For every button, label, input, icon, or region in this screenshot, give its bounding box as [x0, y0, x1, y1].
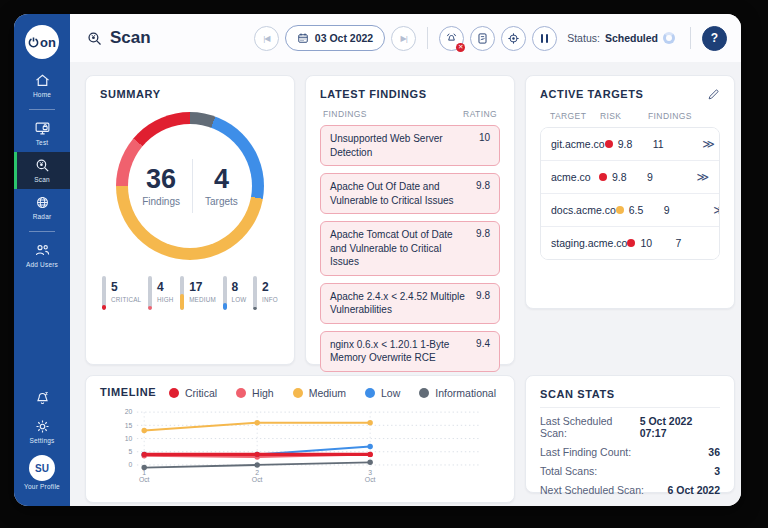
- stat-row: Total Scans: 3: [540, 465, 720, 477]
- risk-dot-icon: [599, 173, 607, 181]
- legend-dot-icon: [365, 388, 375, 398]
- stat-row: Last Scheduled Scan: 5 Oct 2022 07:17: [540, 415, 720, 439]
- alarm-off-badge: ✕: [456, 43, 465, 52]
- severity-gauge: [102, 276, 106, 310]
- svg-text:15: 15: [125, 422, 133, 429]
- target-risk: 6.5: [616, 204, 664, 216]
- open-target-chevron-icon[interactable]: ≫: [708, 203, 720, 217]
- risk-dot-icon: [616, 206, 624, 214]
- stat-label: Last Finding Count:: [540, 446, 631, 458]
- test-icon: [34, 120, 51, 137]
- sidebar-item-label: Add Users: [26, 261, 58, 268]
- sidebar-item-radar[interactable]: Radar: [14, 189, 70, 226]
- power-icon: [28, 36, 39, 48]
- finding-item[interactable]: nginx 0.6.x < 1.20.1 1-Byte Memory Overw…: [320, 331, 500, 372]
- legend-item-informational[interactable]: Informational: [419, 387, 496, 399]
- profile-label: Your Profile: [24, 483, 60, 490]
- status-spinner-icon: [663, 32, 675, 44]
- edit-targets-icon[interactable]: [707, 88, 720, 101]
- svg-text:Oct: Oct: [365, 476, 376, 483]
- severity-breakdown: 5 CRITICAL 4 HIGH 17 MEDIUM 8: [100, 276, 280, 310]
- stat-value: 6 Oct 2022: [667, 484, 720, 496]
- target-row[interactable]: git.acme.co 9.8 11 ≫: [541, 128, 719, 160]
- stat-value: 5 Oct 2022 07:17: [640, 415, 720, 439]
- scan-stats-title: SCAN STATS: [540, 388, 720, 408]
- open-target-chevron-icon[interactable]: ≫: [697, 137, 715, 151]
- severity-count: 4: [157, 280, 174, 294]
- finding-item[interactable]: Apache Out Of Date and Vulnerable to Cri…: [320, 173, 500, 214]
- sidebar-item-label: Radar: [33, 213, 52, 220]
- sidebar-item-test[interactable]: Test: [14, 115, 70, 152]
- open-target-chevron-icon[interactable]: ≫: [691, 170, 709, 184]
- page-header: Scan |◀ 03 Oct 2022 ▶| ✕: [70, 14, 741, 62]
- timeline-card: TIMELINE Critical High Medium Low Inform…: [85, 375, 515, 503]
- target-findings: 7: [675, 237, 719, 249]
- finding-item[interactable]: Apache Tomcat Out of Date and Vulnerable…: [320, 221, 500, 276]
- target-row[interactable]: docs.acme.co 6.5 9 ≫: [541, 193, 719, 226]
- scan-icon: [34, 157, 51, 174]
- targets-column-headers: TARGET RISK FINDINGS: [540, 111, 720, 121]
- risk-dot-icon: [627, 239, 635, 247]
- target-row[interactable]: acme.co 9.8 9 ≫: [541, 160, 719, 193]
- chart-legend: Critical High Medium Low Informational: [169, 387, 500, 399]
- severity-critical: 5 CRITICAL: [102, 276, 141, 310]
- pause-scan-button[interactable]: [532, 26, 557, 51]
- finding-rating: 9.8: [476, 228, 490, 269]
- legend-item-critical[interactable]: Critical: [169, 387, 217, 399]
- calendar-icon: [297, 32, 309, 44]
- latest-findings-card: LATEST FINDINGS FINDINGS RATING Unsuppor…: [305, 75, 515, 365]
- svg-text:20: 20: [125, 408, 133, 415]
- report-button[interactable]: [470, 26, 495, 51]
- header-controls: |◀ 03 Oct 2022 ▶| ✕: [254, 25, 727, 51]
- sidebar-item-settings[interactable]: Settings: [14, 413, 70, 450]
- pause-icon: [541, 34, 549, 43]
- risk-value: 6.5: [629, 204, 644, 216]
- target-name: git.acme.co: [551, 138, 605, 150]
- sidebar-item-add-users[interactable]: Add Users: [14, 237, 70, 274]
- notifications-button[interactable]: [14, 385, 70, 413]
- target-button[interactable]: [501, 26, 526, 51]
- legend-item-low[interactable]: Low: [365, 387, 400, 399]
- status-value: Scheduled: [605, 32, 658, 44]
- app-logo[interactable]: on: [25, 25, 59, 59]
- finding-rating: 9.8: [476, 290, 490, 317]
- risk-value: 10: [640, 237, 652, 249]
- severity-info: 2 INFO: [253, 276, 278, 310]
- legend-item-high[interactable]: High: [236, 387, 274, 399]
- finding-name: Unsupported Web Server Detection: [330, 132, 471, 159]
- finding-name: Apache Out Of Date and Vulnerable to Cri…: [330, 180, 468, 207]
- col-risk: RISK: [600, 111, 648, 121]
- next-date-button[interactable]: ▶|: [391, 26, 416, 51]
- sidebar-divider: [29, 231, 55, 232]
- alarm-off-icon: [445, 32, 458, 45]
- severity-count: 8: [232, 280, 247, 294]
- severity-high: 4 HIGH: [148, 276, 174, 310]
- help-button[interactable]: ?: [702, 26, 727, 51]
- severity-gauge: [223, 276, 227, 310]
- add-users-icon: [34, 242, 51, 259]
- scan-stats-rows: Last Scheduled Scan: 5 Oct 2022 07:17Las…: [540, 415, 720, 496]
- legend-label: Medium: [309, 387, 346, 399]
- finding-name: Apache 2.4.x < 2.4.52 Multiple Vulnerabi…: [330, 290, 468, 317]
- sidebar-item-scan[interactable]: Scan: [14, 152, 70, 189]
- profile-button[interactable]: SU Your Profile: [14, 450, 70, 496]
- legend-dot-icon: [293, 388, 303, 398]
- legend-item-medium[interactable]: Medium: [293, 387, 346, 399]
- mute-alerts-button[interactable]: ✕: [439, 26, 464, 51]
- col-findings: FINDINGS: [323, 109, 367, 119]
- divider: [192, 159, 193, 213]
- finding-item[interactable]: Apache 2.4.x < 2.4.52 Multiple Vulnerabi…: [320, 283, 500, 324]
- prev-date-button[interactable]: |◀: [254, 26, 279, 51]
- page-title-text: Scan: [110, 28, 151, 48]
- stat-label: Next Scheduled Scan:: [540, 484, 644, 496]
- open-target-chevron-icon[interactable]: ≫: [719, 236, 720, 250]
- legend-label: Critical: [185, 387, 217, 399]
- legend-label: High: [252, 387, 274, 399]
- app-window: on Home Test Scan Radar Add Users Settin…: [14, 14, 741, 506]
- finding-item[interactable]: Unsupported Web Server Detection 10: [320, 125, 500, 166]
- skip-next-icon: ▶|: [401, 34, 407, 43]
- target-row[interactable]: staging.acme.co 10 7 ≫: [541, 226, 719, 259]
- date-picker-button[interactable]: 03 Oct 2022: [285, 25, 385, 51]
- findings-label: Findings: [142, 196, 180, 207]
- sidebar-item-home[interactable]: Home: [14, 67, 70, 104]
